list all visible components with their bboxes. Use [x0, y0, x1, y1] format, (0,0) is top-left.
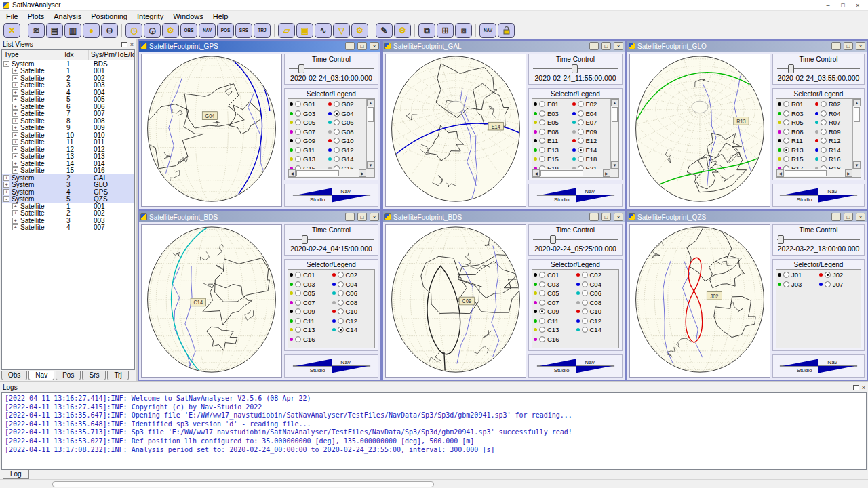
radio-R02[interactable] — [821, 101, 827, 107]
tree-row-satellite-001[interactable]: +Satellite1001 — [2, 68, 134, 75]
expand-icon[interactable]: + — [12, 68, 18, 74]
radio-E12[interactable] — [578, 138, 584, 144]
radio-C03[interactable] — [539, 281, 545, 287]
window-titlebar[interactable]: SatelliteFootprint_QZS–□× — [627, 211, 867, 222]
expand-icon[interactable]: + — [12, 146, 18, 152]
expand-icon[interactable]: + — [12, 161, 18, 167]
radio-G02[interactable] — [334, 101, 340, 107]
radio-E11[interactable] — [539, 138, 545, 144]
radio-G10[interactable] — [334, 138, 340, 144]
scroll-left-icon[interactable]: ◀ — [532, 169, 540, 177]
bottom-horizontal-scrollbar[interactable] — [0, 479, 868, 488]
tree-row-satellite-002[interactable]: +Satellite2002 — [2, 75, 134, 82]
expand-icon[interactable]: + — [12, 104, 18, 110]
radio-C08[interactable] — [338, 300, 344, 306]
maximize-button[interactable]: □ — [844, 213, 853, 221]
close-button[interactable]: × — [856, 213, 865, 221]
worldmap-day-icon[interactable]: ▤ — [46, 23, 63, 38]
sun-icon[interactable]: ● — [83, 23, 100, 38]
legend-horizontal-scrollbar[interactable]: ◀▶ — [532, 169, 610, 177]
window-titlebar[interactable]: SatelliteFootprint_GAL–□× — [383, 41, 625, 52]
scrollbar-thumb[interactable] — [540, 170, 583, 176]
clock-icon[interactable]: ◶ — [144, 23, 161, 38]
clock-solid-icon[interactable]: ◷ — [125, 23, 142, 38]
radio-C10[interactable] — [582, 308, 588, 314]
minimize-button[interactable]: – — [589, 213, 599, 221]
time-slider[interactable] — [777, 64, 860, 74]
maximize-button[interactable]: □ — [601, 42, 611, 50]
tab-pos[interactable]: Pos — [56, 371, 81, 380]
minimize-button[interactable]: – — [831, 213, 841, 221]
legend-vertical-scrollbar[interactable]: ▲▼ — [852, 99, 861, 169]
tree-row-satellite-012[interactable]: +Satellite12012 — [2, 146, 134, 153]
menu-file[interactable]: File — [1, 12, 23, 21]
expand-icon[interactable]: + — [3, 182, 9, 188]
window-titlebar[interactable]: SatelliteFootprint_BDS–□× — [383, 211, 625, 222]
radio-G07[interactable] — [295, 129, 301, 135]
cascade-windows-icon[interactable]: ⧉ — [418, 23, 435, 38]
radio-C01[interactable] — [539, 272, 545, 278]
scrollbar-thumb[interactable] — [785, 170, 827, 176]
menu-help[interactable]: Help — [208, 12, 233, 21]
radio-G11[interactable] — [295, 147, 301, 153]
maximize-button[interactable]: □ — [601, 213, 611, 221]
tree-row-satellite-006[interactable]: +Satellite6006 — [2, 103, 134, 110]
close-logs-icon[interactable]: × — [862, 385, 865, 390]
expand-icon[interactable]: + — [12, 125, 18, 131]
gear-edit-icon[interactable]: ⚙ — [351, 23, 368, 38]
radio-R09[interactable] — [821, 129, 827, 135]
radio-C02[interactable] — [338, 272, 344, 278]
tree-row-system-BDS[interactable]: -System1BDS — [2, 60, 134, 68]
time-slider[interactable] — [777, 235, 860, 245]
window-titlebar[interactable]: SatelliteFootprint_BDS–□× — [139, 211, 380, 222]
filter-icon[interactable]: ▽ — [333, 23, 350, 38]
tab-trj[interactable]: Trj — [107, 371, 128, 380]
close-button[interactable]: × — [370, 42, 379, 50]
scroll-right-icon[interactable]: ▶ — [603, 169, 610, 177]
radio-J02[interactable] — [825, 272, 831, 278]
tree-row-satellite-007[interactable]: +Satellite7007 — [2, 110, 134, 118]
legend-horizontal-scrollbar[interactable]: ◀▶ — [288, 169, 366, 177]
radio-E04[interactable] — [578, 110, 584, 117]
radio-G08[interactable] — [334, 129, 340, 135]
tree-row-system-GPS[interactable]: +System4GPS — [2, 188, 134, 196]
tree-row-satellite-016[interactable]: +Satellite15016 — [2, 167, 134, 175]
radio-G06[interactable] — [334, 119, 340, 125]
column-header-sys-prn-toe-iod[interactable]: Sys/Prn/ToE/Iod — [89, 50, 134, 60]
radio-J07[interactable] — [825, 281, 831, 287]
obs-time-icon[interactable]: OBS — [180, 23, 197, 38]
close-button[interactable]: × — [370, 213, 379, 221]
scrollbar-thumb[interactable] — [854, 107, 860, 122]
slider-thumb[interactable] — [298, 64, 304, 73]
slider-thumb[interactable] — [788, 64, 794, 73]
tree-row-satellite-003[interactable]: +Satellite3003 — [2, 217, 134, 224]
radio-R01[interactable] — [783, 101, 789, 107]
radio-R13[interactable] — [783, 147, 789, 153]
radio-G14[interactable] — [334, 156, 340, 162]
legend-vertical-scrollbar[interactable]: ▲▼ — [610, 99, 618, 169]
expand-icon[interactable]: + — [12, 203, 18, 209]
tab-srs[interactable]: Srs — [82, 371, 106, 380]
radio-C09[interactable] — [539, 308, 545, 314]
radio-E05[interactable] — [539, 119, 545, 125]
tab-log[interactable]: Log — [3, 470, 29, 479]
close-panel-icon[interactable]: × — [130, 42, 134, 47]
tab-nav[interactable]: Nav — [28, 371, 54, 380]
radio-G05[interactable] — [295, 119, 301, 125]
scroll-right-icon[interactable]: ▶ — [845, 169, 852, 177]
scroll-up-icon[interactable]: ▲ — [853, 99, 861, 106]
window-titlebar[interactable]: SatelliteFootprint_GLO–□× — [627, 41, 867, 52]
collapse-icon[interactable]: - — [3, 61, 9, 67]
radio-E08[interactable] — [539, 129, 545, 135]
radio-C11[interactable] — [295, 318, 301, 324]
curve-icon[interactable]: ∿ — [315, 23, 332, 38]
radio-E07[interactable] — [578, 119, 584, 125]
scrollbar-thumb[interactable] — [52, 481, 434, 487]
radio-G01[interactable] — [295, 101, 301, 107]
slider-thumb[interactable] — [572, 64, 578, 73]
trj-time-icon[interactable]: TRJ — [254, 23, 271, 38]
radio-R11[interactable] — [783, 138, 789, 144]
radio-R08[interactable] — [783, 129, 789, 135]
radio-C05[interactable] — [295, 290, 301, 296]
time-slider[interactable] — [533, 64, 618, 74]
